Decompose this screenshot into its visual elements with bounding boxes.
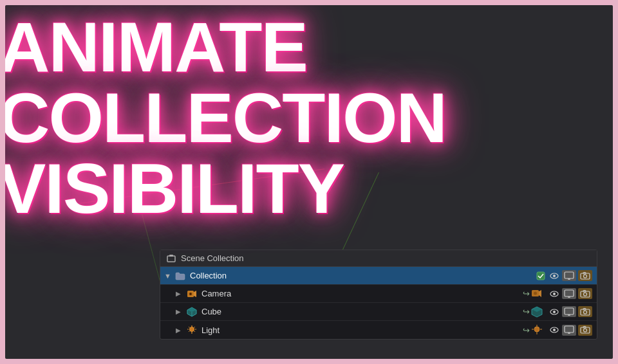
outliner-scene-icon: [167, 254, 176, 263]
svg-line-44: [189, 327, 190, 328]
cube-render-icon[interactable]: [578, 306, 592, 317]
cube-constraint-icons: ↪: [523, 306, 543, 318]
light-render-icon[interactable]: [578, 325, 592, 336]
collection-monitor-icon[interactable]: [562, 270, 576, 281]
svg-rect-2: [537, 272, 545, 280]
camera-name: Camera: [201, 289, 523, 298]
light-name: Light: [201, 325, 523, 335]
outliner-header: Scene Collection: [160, 250, 597, 267]
svg-point-9: [584, 275, 587, 278]
cube-object-icon: [186, 306, 198, 318]
camera-object-icon: [186, 288, 198, 300]
cube-name: Cube: [201, 307, 523, 316]
collection-vis-icons: [534, 269, 593, 283]
svg-line-45: [194, 331, 196, 332]
svg-point-59: [584, 329, 587, 332]
light-object-icon: [186, 324, 198, 336]
svg-rect-20: [565, 290, 574, 296]
svg-line-47: [189, 331, 190, 332]
camera-render-icon[interactable]: [578, 288, 592, 299]
svg-point-14: [190, 293, 192, 295]
svg-line-46: [194, 327, 196, 328]
collection-eye-icon[interactable]: [548, 269, 561, 283]
collection-checkbox[interactable]: [534, 269, 547, 283]
collection-expand-arrow[interactable]: ▼: [164, 272, 174, 280]
svg-marker-16: [539, 290, 541, 297]
outliner-panel: Scene Collection ▼ Collection: [160, 250, 597, 340]
outliner-row-light[interactable]: ▶ Light: [160, 321, 597, 339]
svg-rect-33: [565, 308, 574, 314]
svg-point-24: [584, 293, 587, 296]
svg-rect-55: [565, 326, 574, 332]
viewport: ANIMATE COLLECTION VISIBILITY Scene Coll…: [5, 5, 613, 359]
svg-marker-12: [194, 291, 196, 297]
light-eye-icon[interactable]: [548, 323, 561, 337]
main-container: ANIMATE COLLECTION VISIBILITY Scene Coll…: [0, 0, 618, 364]
svg-point-37: [584, 311, 587, 314]
camera-vis-icons: [548, 287, 593, 301]
cube-monitor-icon[interactable]: [562, 306, 576, 317]
svg-rect-0: [167, 256, 175, 262]
svg-rect-5: [565, 272, 574, 278]
svg-point-48: [534, 327, 539, 332]
light-vis-icons: [548, 323, 593, 337]
camera-monitor-icon[interactable]: [562, 288, 576, 299]
title-block: ANIMATE COLLECTION VISIBILITY: [5, 12, 446, 224]
title-line1: ANIMATE: [5, 12, 446, 82]
svg-point-19: [553, 293, 556, 295]
title-line3: VISIBILITY: [5, 153, 446, 224]
camera-expand-arrow[interactable]: ▶: [176, 290, 186, 297]
collection-folder-icon: [174, 270, 186, 282]
collection-render-icon[interactable]: [578, 270, 592, 281]
svg-point-17: [534, 291, 537, 295]
svg-point-39: [190, 327, 194, 332]
light-expand-arrow[interactable]: ▶: [176, 327, 186, 334]
outliner-header-label: Scene Collection: [181, 253, 244, 263]
outliner-row-cube[interactable]: ▶ Cube ↪: [160, 303, 597, 321]
outliner-row-collection[interactable]: ▼ Collection: [160, 267, 597, 285]
camera-constraint-icons: ↪: [523, 288, 543, 300]
svg-point-54: [553, 329, 556, 331]
outliner-row-camera[interactable]: ▶ Camera ↪: [160, 285, 597, 303]
svg-point-32: [553, 311, 556, 313]
svg-point-4: [553, 275, 556, 277]
cube-eye-icon[interactable]: [548, 305, 561, 319]
cube-expand-arrow[interactable]: ▶: [176, 308, 186, 315]
cube-vis-icons: [548, 305, 593, 319]
light-constraint-icons: ↪: [523, 324, 543, 336]
collection-name: Collection: [190, 271, 534, 280]
title-line2: COLLECTION: [5, 82, 446, 153]
light-monitor-icon[interactable]: [562, 325, 576, 336]
svg-rect-1: [169, 255, 173, 257]
camera-eye-icon[interactable]: [548, 287, 561, 301]
